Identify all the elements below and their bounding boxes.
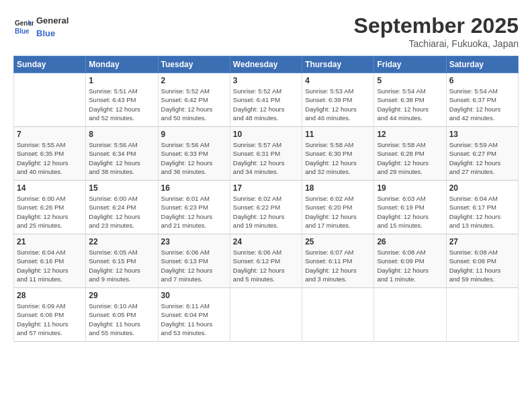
day-number: 7	[17, 130, 83, 139]
day-info: Sunrise: 6:00 AM Sunset: 6:24 PM Dayligh…	[89, 194, 154, 230]
day-info: Sunrise: 6:09 AM Sunset: 6:06 PM Dayligh…	[17, 302, 83, 337]
day-number: 23	[161, 237, 227, 246]
day-info: Sunrise: 5:51 AM Sunset: 6:43 PM Dayligh…	[89, 87, 154, 122]
week-row-3: 14Sunrise: 6:00 AM Sunset: 6:26 PM Dayli…	[14, 181, 519, 234]
day-cell: 14Sunrise: 6:00 AM Sunset: 6:26 PM Dayli…	[14, 181, 86, 234]
logo-line1: General	[36, 15, 69, 26]
day-info: Sunrise: 5:52 AM Sunset: 6:41 PM Dayligh…	[233, 87, 299, 122]
day-info: Sunrise: 5:58 AM Sunset: 6:30 PM Dayligh…	[305, 140, 371, 176]
day-cell: 24Sunrise: 6:06 AM Sunset: 6:12 PM Dayli…	[230, 234, 302, 288]
day-number: 19	[377, 183, 443, 193]
day-info: Sunrise: 6:04 AM Sunset: 6:16 PM Dayligh…	[17, 248, 83, 283]
day-info: Sunrise: 6:11 AM Sunset: 6:04 PM Dayligh…	[161, 302, 227, 337]
logo: General Blue General Blue	[13, 13, 69, 39]
day-number: 2	[161, 76, 227, 85]
day-cell	[230, 288, 302, 342]
day-info: Sunrise: 6:07 AM Sunset: 6:11 PM Dayligh…	[305, 248, 371, 283]
day-cell: 11Sunrise: 5:58 AM Sunset: 6:30 PM Dayli…	[302, 127, 374, 181]
day-cell	[302, 288, 374, 342]
month-title: September 2025	[354, 13, 519, 38]
week-row-5: 28Sunrise: 6:09 AM Sunset: 6:06 PM Dayli…	[14, 288, 519, 342]
col-header-wednesday: Wednesday	[230, 56, 302, 73]
day-info: Sunrise: 5:56 AM Sunset: 6:34 PM Dayligh…	[89, 140, 154, 176]
col-header-thursday: Thursday	[302, 56, 374, 73]
day-cell: 27Sunrise: 6:08 AM Sunset: 6:08 PM Dayli…	[446, 234, 518, 288]
day-cell	[14, 73, 86, 127]
day-number: 4	[305, 76, 371, 85]
location-subtitle: Tachiarai, Fukuoka, Japan	[354, 38, 519, 49]
page: General Blue General Blue September 2025…	[0, 0, 532, 411]
day-number: 8	[89, 130, 154, 139]
day-cell: 25Sunrise: 6:07 AM Sunset: 6:11 PM Dayli…	[302, 234, 374, 288]
day-number: 26	[377, 237, 443, 246]
day-cell	[374, 288, 446, 342]
day-cell: 19Sunrise: 6:03 AM Sunset: 6:19 PM Dayli…	[374, 181, 446, 234]
col-header-monday: Monday	[86, 56, 158, 73]
day-cell: 17Sunrise: 6:02 AM Sunset: 6:22 PM Dayli…	[230, 181, 302, 234]
day-number: 22	[89, 237, 154, 246]
day-number: 27	[449, 237, 515, 246]
header: General Blue General Blue September 2025…	[13, 13, 519, 49]
day-number: 14	[17, 183, 83, 193]
week-row-1: 1Sunrise: 5:51 AM Sunset: 6:43 PM Daylig…	[14, 73, 519, 127]
day-cell: 29Sunrise: 6:10 AM Sunset: 6:05 PM Dayli…	[86, 288, 158, 342]
day-info: Sunrise: 5:57 AM Sunset: 6:31 PM Dayligh…	[233, 140, 299, 176]
day-info: Sunrise: 5:56 AM Sunset: 6:33 PM Dayligh…	[161, 140, 227, 176]
day-cell: 16Sunrise: 6:01 AM Sunset: 6:23 PM Dayli…	[158, 181, 230, 234]
day-info: Sunrise: 5:59 AM Sunset: 6:27 PM Dayligh…	[449, 140, 515, 176]
header-row: SundayMondayTuesdayWednesdayThursdayFrid…	[14, 56, 519, 73]
day-cell: 4Sunrise: 5:53 AM Sunset: 6:39 PM Daylig…	[302, 73, 374, 127]
day-cell: 26Sunrise: 6:08 AM Sunset: 6:09 PM Dayli…	[374, 234, 446, 288]
svg-text:Blue: Blue	[15, 28, 30, 35]
day-number: 15	[89, 183, 154, 193]
day-info: Sunrise: 6:08 AM Sunset: 6:09 PM Dayligh…	[377, 248, 443, 283]
day-cell	[446, 288, 518, 342]
week-row-2: 7Sunrise: 5:55 AM Sunset: 6:35 PM Daylig…	[14, 127, 519, 181]
day-cell: 18Sunrise: 6:02 AM Sunset: 6:20 PM Dayli…	[302, 181, 374, 234]
day-number: 10	[233, 130, 299, 139]
day-info: Sunrise: 6:00 AM Sunset: 6:26 PM Dayligh…	[17, 194, 83, 230]
day-cell: 12Sunrise: 5:58 AM Sunset: 6:28 PM Dayli…	[374, 127, 446, 181]
title-block: September 2025 Tachiarai, Fukuoka, Japan	[354, 13, 519, 49]
day-cell: 2Sunrise: 5:52 AM Sunset: 6:42 PM Daylig…	[158, 73, 230, 127]
day-info: Sunrise: 5:54 AM Sunset: 6:38 PM Dayligh…	[377, 87, 443, 122]
day-cell: 9Sunrise: 5:56 AM Sunset: 6:33 PM Daylig…	[158, 127, 230, 181]
day-info: Sunrise: 6:01 AM Sunset: 6:23 PM Dayligh…	[161, 194, 227, 230]
day-info: Sunrise: 5:55 AM Sunset: 6:35 PM Dayligh…	[17, 140, 83, 176]
day-number: 16	[161, 183, 227, 193]
day-number: 20	[449, 183, 515, 193]
day-cell: 7Sunrise: 5:55 AM Sunset: 6:35 PM Daylig…	[14, 127, 86, 181]
day-number: 11	[305, 130, 371, 139]
day-info: Sunrise: 6:10 AM Sunset: 6:05 PM Dayligh…	[89, 302, 154, 337]
day-cell: 13Sunrise: 5:59 AM Sunset: 6:27 PM Dayli…	[446, 127, 518, 181]
day-number: 12	[377, 130, 443, 139]
day-info: Sunrise: 6:08 AM Sunset: 6:08 PM Dayligh…	[449, 248, 515, 283]
day-info: Sunrise: 5:52 AM Sunset: 6:42 PM Dayligh…	[161, 87, 227, 122]
day-cell: 28Sunrise: 6:09 AM Sunset: 6:06 PM Dayli…	[14, 288, 86, 342]
day-cell: 10Sunrise: 5:57 AM Sunset: 6:31 PM Dayli…	[230, 127, 302, 181]
day-cell: 8Sunrise: 5:56 AM Sunset: 6:34 PM Daylig…	[86, 127, 158, 181]
day-cell: 23Sunrise: 6:06 AM Sunset: 6:13 PM Dayli…	[158, 234, 230, 288]
day-info: Sunrise: 6:02 AM Sunset: 6:22 PM Dayligh…	[233, 194, 299, 230]
day-number: 24	[233, 237, 299, 246]
day-number: 18	[305, 183, 371, 193]
day-info: Sunrise: 5:58 AM Sunset: 6:28 PM Dayligh…	[377, 140, 443, 176]
day-number: 21	[17, 237, 83, 246]
day-cell: 22Sunrise: 6:05 AM Sunset: 6:15 PM Dayli…	[86, 234, 158, 288]
day-info: Sunrise: 5:54 AM Sunset: 6:37 PM Dayligh…	[449, 87, 515, 122]
day-cell: 5Sunrise: 5:54 AM Sunset: 6:38 PM Daylig…	[374, 73, 446, 127]
day-info: Sunrise: 5:53 AM Sunset: 6:39 PM Dayligh…	[305, 87, 371, 122]
day-number: 28	[17, 291, 83, 300]
day-cell: 3Sunrise: 5:52 AM Sunset: 6:41 PM Daylig…	[230, 73, 302, 127]
day-cell: 21Sunrise: 6:04 AM Sunset: 6:16 PM Dayli…	[14, 234, 86, 288]
day-cell: 30Sunrise: 6:11 AM Sunset: 6:04 PM Dayli…	[158, 288, 230, 342]
logo-icon: General Blue	[13, 16, 34, 36]
day-cell: 6Sunrise: 5:54 AM Sunset: 6:37 PM Daylig…	[446, 73, 518, 127]
day-number: 1	[89, 76, 154, 85]
day-number: 17	[233, 183, 299, 193]
day-info: Sunrise: 6:03 AM Sunset: 6:19 PM Dayligh…	[377, 194, 443, 230]
week-row-4: 21Sunrise: 6:04 AM Sunset: 6:16 PM Dayli…	[14, 234, 519, 288]
col-header-saturday: Saturday	[446, 56, 518, 73]
day-number: 30	[161, 291, 227, 300]
day-number: 25	[305, 237, 371, 246]
